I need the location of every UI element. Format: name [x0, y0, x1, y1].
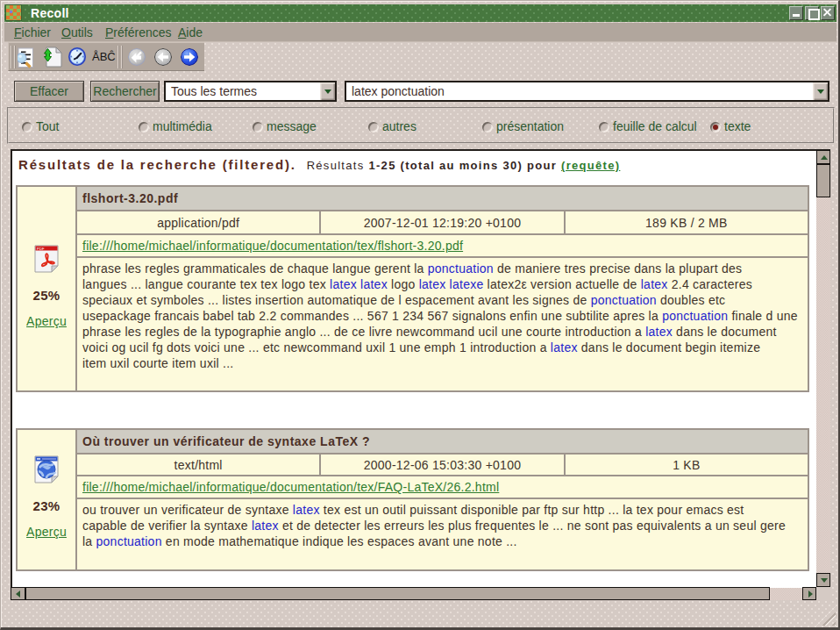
svg-text:PDF: PDF — [37, 246, 45, 250]
